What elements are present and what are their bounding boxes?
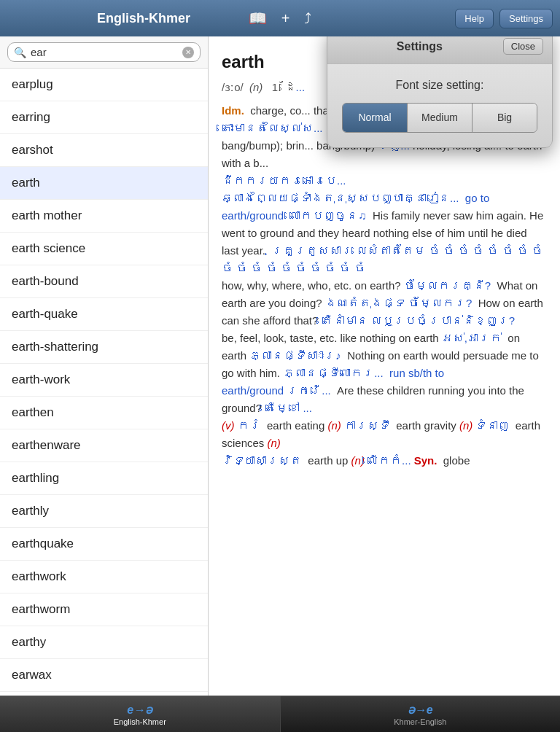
- main-content: 🔍 ✕ earplug earring earshot earth earth …: [0, 36, 560, 696]
- sidebar: 🔍 ✕ earplug earring earshot earth earth …: [0, 36, 209, 696]
- font-size-buttons: Normal Medium Big: [342, 103, 537, 132]
- tab-english-khmer-label: English-Khmer: [114, 717, 166, 726]
- list-item[interactable]: earshot: [0, 134, 208, 167]
- list-item[interactable]: earthquake: [0, 528, 208, 561]
- tab-english-khmer[interactable]: e→ə English-Khmer: [0, 696, 281, 732]
- font-size-normal-button[interactable]: Normal: [343, 104, 408, 131]
- search-input-wrap: 🔍 ✕: [7, 42, 201, 62]
- tab-khmer-english-label: Khmer-English: [394, 717, 446, 726]
- list-item[interactable]: earthly: [0, 495, 208, 528]
- list-item[interactable]: earthenware: [0, 429, 208, 462]
- list-item[interactable]: earthwork: [0, 561, 208, 593]
- bookmark-icon[interactable]: 📖: [249, 9, 267, 27]
- app-header: English-Khmer 📖 + ⤴ Help Settings: [0, 0, 560, 36]
- list-item[interactable]: earthworm: [0, 593, 208, 626]
- settings-button[interactable]: Settings: [499, 9, 553, 28]
- tab-english-khmer-icon: e→ə: [127, 703, 152, 717]
- share-icon[interactable]: ⤴: [304, 10, 311, 27]
- list-item[interactable]: earth-bound: [0, 265, 208, 298]
- settings-popup[interactable]: Settings Close Font size setting: Normal…: [327, 36, 553, 148]
- popup-title: Settings: [336, 37, 503, 56]
- font-size-medium-button[interactable]: Medium: [408, 104, 472, 131]
- tab-khmer-english[interactable]: ə→e Khmer-English: [281, 696, 561, 732]
- list-item[interactable]: earthy: [0, 626, 208, 659]
- clear-search-button[interactable]: ✕: [182, 47, 194, 58]
- font-size-label: Font size setting:: [342, 76, 537, 95]
- list-item[interactable]: earring: [0, 101, 208, 134]
- list-item[interactable]: earthen: [0, 397, 208, 429]
- list-item[interactable]: earth science: [0, 233, 208, 265]
- word-list: earplug earring earshot earth earth moth…: [0, 69, 208, 696]
- search-icon: 🔍: [14, 47, 26, 58]
- search-input[interactable]: [31, 46, 178, 58]
- list-item[interactable]: earth: [0, 167, 208, 200]
- app-title: English-Khmer: [7, 11, 280, 26]
- font-size-big-button[interactable]: Big: [472, 104, 537, 131]
- tab-khmer-english-icon: ə→e: [408, 703, 433, 717]
- list-item[interactable]: earth-work: [0, 364, 208, 397]
- add-icon[interactable]: +: [281, 10, 290, 27]
- tab-bar: e→ə English-Khmer ə→e Khmer-English: [0, 696, 560, 732]
- list-item[interactable]: earthling: [0, 462, 208, 495]
- list-item[interactable]: earth-quake: [0, 298, 208, 331]
- help-button[interactable]: Help: [455, 9, 494, 28]
- popup-close-button[interactable]: Close: [503, 38, 543, 55]
- list-item[interactable]: earwax: [0, 659, 208, 692]
- list-item[interactable]: earth mother: [0, 200, 208, 233]
- search-bar: 🔍 ✕: [0, 36, 208, 69]
- popup-header: Settings Close: [327, 36, 552, 64]
- popup-body: Font size setting: Normal Medium Big: [327, 64, 552, 147]
- dict-body: Idm. charge, co... that dress, but it...…: [222, 102, 547, 470]
- dict-content[interactable]: earth /ɜːo/ (n) 1. ដែ... Idm. charge, co…: [209, 36, 560, 696]
- list-item[interactable]: earth-shattering: [0, 331, 208, 364]
- list-item[interactable]: earplug: [0, 69, 208, 101]
